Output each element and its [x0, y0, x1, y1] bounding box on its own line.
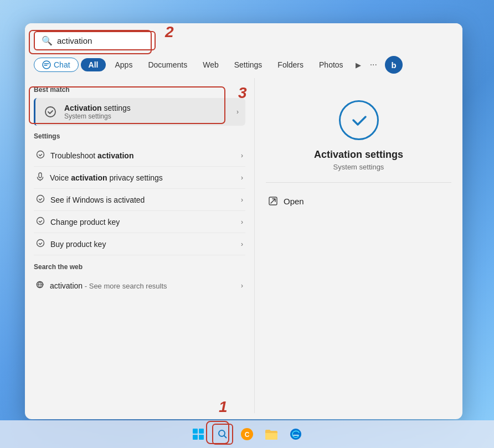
- best-match-item[interactable]: Activation settings System settings ›: [34, 98, 245, 126]
- change-key-arrow: ›: [241, 218, 243, 226]
- svg-point-7: [37, 240, 44, 247]
- list-item-see-windows[interactable]: See if Windows is activated ›: [34, 189, 245, 211]
- svg-rect-14: [199, 435, 204, 440]
- content-area: Best match Activation settings System se…: [25, 78, 462, 413]
- tab-settings[interactable]: Settings: [228, 58, 269, 71]
- web-search-text: activation - See more search results: [50, 281, 241, 290]
- best-match-arrow: ›: [236, 108, 239, 116]
- settings-list: Troubleshoot activation › Voice activati…: [34, 145, 245, 255]
- svg-point-1: [45, 107, 55, 117]
- list-item-troubleshoot[interactable]: Troubleshoot activation ›: [34, 145, 245, 167]
- file-explorer-button[interactable]: [261, 424, 282, 445]
- buy-key-icon: [36, 239, 45, 249]
- right-panel: Activation settings System settings Open: [255, 78, 462, 413]
- search-header: 🔍 Chat All Apps Documents Web Settings F…: [25, 23, 462, 78]
- best-match-sub: System settings: [64, 112, 236, 120]
- best-match-bold: Activation: [64, 104, 102, 112]
- svg-text:C: C: [245, 431, 250, 439]
- list-item-voice[interactable]: Voice activation privacy settings ›: [34, 167, 245, 189]
- bing-button[interactable]: b: [385, 56, 403, 74]
- tab-all[interactable]: All: [81, 58, 106, 71]
- troubleshoot-icon: [36, 150, 45, 161]
- svg-rect-13: [193, 435, 198, 440]
- detail-icon-circle: [339, 100, 379, 140]
- tab-chat-label: Chat: [54, 60, 70, 69]
- tab-documents[interactable]: Documents: [141, 58, 194, 71]
- buy-key-arrow: ›: [241, 240, 243, 248]
- detail-divider: [266, 182, 451, 183]
- open-external-icon: [268, 196, 278, 206]
- left-panel: Best match Activation settings System se…: [25, 78, 255, 413]
- edge-button[interactable]: [285, 424, 306, 445]
- svg-point-5: [37, 195, 44, 203]
- more-dots[interactable]: ···: [367, 58, 380, 72]
- best-match-text: Activation settings System settings: [64, 104, 236, 120]
- see-windows-text: See if Windows is activated: [50, 195, 241, 204]
- taskbar: C: [0, 420, 494, 448]
- search-input-wrapper[interactable]: 🔍: [34, 31, 156, 50]
- web-search-arrow: ›: [241, 282, 243, 290]
- detail-sub: System settings: [333, 163, 384, 171]
- search-input[interactable]: [57, 36, 146, 45]
- step-label-3: 3: [238, 84, 247, 102]
- search-window: 🔍 Chat All Apps Documents Web Settings F…: [25, 23, 462, 419]
- voice-text: Voice activation privacy settings: [50, 173, 241, 182]
- step-label-2: 2: [165, 23, 174, 41]
- windows-start-button[interactable]: [188, 424, 209, 445]
- search-icon: 🔍: [42, 35, 53, 46]
- troubleshoot-text: Troubleshoot activation: [50, 151, 241, 160]
- best-match-suffix: settings: [102, 104, 131, 112]
- detail-title: Activation settings: [314, 149, 403, 161]
- voice-arrow: ›: [241, 174, 243, 182]
- best-match-name: Activation settings: [64, 104, 236, 112]
- troubleshoot-arrow: ›: [241, 152, 243, 159]
- svg-point-0: [43, 61, 50, 69]
- settings-section-label: Settings: [34, 132, 245, 140]
- tab-photos[interactable]: Photos: [312, 58, 350, 71]
- tab-apps[interactable]: Apps: [108, 58, 139, 71]
- see-windows-arrow: ›: [241, 196, 243, 204]
- voice-icon: [36, 172, 44, 183]
- filter-tabs: Chat All Apps Documents Web Settings Fol…: [34, 56, 454, 78]
- svg-point-2: [37, 151, 44, 158]
- web-search-item[interactable]: activation - See more search results ›: [34, 275, 245, 296]
- tab-web[interactable]: Web: [196, 58, 225, 71]
- open-label: Open: [284, 197, 304, 206]
- copilot-button[interactable]: C: [236, 424, 258, 445]
- step-label-1: 1: [219, 398, 228, 416]
- svg-rect-3: [39, 173, 42, 178]
- change-key-text: Change product key: [50, 218, 241, 226]
- tab-folders[interactable]: Folders: [271, 58, 310, 71]
- web-search-query: activation: [50, 281, 83, 290]
- svg-rect-11: [193, 429, 198, 434]
- taskbar-search-button[interactable]: [212, 424, 233, 445]
- buy-key-text: Buy product key: [50, 240, 241, 249]
- list-item-change-key[interactable]: Change product key ›: [34, 211, 245, 233]
- list-item-buy-key[interactable]: Buy product key ›: [34, 233, 245, 255]
- web-section-label: Search the web: [34, 263, 245, 271]
- detail-open-button[interactable]: Open: [266, 192, 451, 210]
- change-key-icon: [36, 217, 45, 227]
- see-windows-icon: [36, 194, 45, 205]
- detail-checkmark-icon: [348, 109, 370, 131]
- best-match-label: Best match: [34, 86, 245, 94]
- tab-chat[interactable]: Chat: [34, 58, 79, 72]
- svg-rect-12: [199, 429, 204, 434]
- activation-settings-icon: [42, 104, 59, 120]
- web-search-icon: [36, 281, 44, 291]
- see-more-text: - See more search results: [83, 282, 167, 290]
- svg-point-6: [37, 218, 44, 225]
- more-arrow-icon[interactable]: ▶: [352, 59, 364, 71]
